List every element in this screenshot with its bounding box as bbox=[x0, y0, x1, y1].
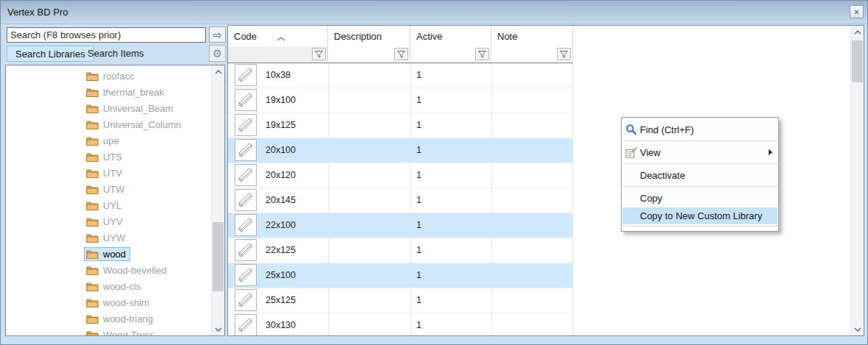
filter-cell-active[interactable] bbox=[410, 46, 491, 63]
item-thumbnail bbox=[235, 314, 257, 335]
item-thumbnail bbox=[235, 289, 257, 311]
tree-item-wood-shim[interactable]: wood-shim bbox=[6, 294, 211, 310]
folder-icon bbox=[86, 136, 99, 146]
tree-item-universal_column[interactable]: Universal_Column bbox=[6, 116, 211, 132]
tree-scrollbar-thumb[interactable] bbox=[213, 222, 224, 291]
folder-icon bbox=[86, 120, 99, 129]
tab-search-items[interactable]: Search Items bbox=[88, 46, 144, 62]
menu-item-find-ctrl-f[interactable]: Find (Ctrl+F) bbox=[622, 120, 778, 139]
table-row-20x145[interactable]: 20x1451 bbox=[228, 188, 573, 213]
item-thumbnail bbox=[235, 114, 257, 136]
settings-button[interactable]: ⚙ bbox=[209, 45, 226, 62]
column-header-description[interactable]: Description bbox=[328, 26, 410, 46]
table-row-22x125[interactable]: 22x1251 bbox=[228, 238, 573, 263]
tree-scrollbar[interactable] bbox=[211, 65, 224, 335]
folder-icon bbox=[86, 217, 99, 227]
grid-body: 10x38119x100119x125120x100120x120120x145… bbox=[228, 63, 573, 335]
tree-item-thermal_break[interactable]: thermal_break bbox=[6, 84, 211, 100]
tree-item-box: upe bbox=[84, 134, 124, 148]
tree-item-box: wood bbox=[84, 247, 130, 261]
column-header-note[interactable]: Note bbox=[491, 26, 573, 46]
tree-item-box: Wood-Truss bbox=[84, 328, 159, 336]
folder-icon bbox=[86, 330, 99, 336]
table-row-22x100[interactable]: 22x1001 bbox=[228, 213, 573, 238]
cell-active: 1 bbox=[416, 213, 421, 238]
menu-item-view[interactable]: View bbox=[622, 143, 778, 162]
tree-item-uts[interactable]: UTS bbox=[6, 149, 211, 165]
tree-item-label: roofacc bbox=[103, 71, 135, 82]
menu-item-label: Copy bbox=[640, 193, 662, 204]
grid-scrollbar-thumb[interactable] bbox=[852, 40, 863, 82]
table-row-30x130[interactable]: 30x1301 bbox=[228, 313, 573, 335]
view-icon bbox=[625, 147, 637, 158]
table-row-20x120[interactable]: 20x1201 bbox=[228, 163, 573, 188]
scroll-up-icon[interactable] bbox=[212, 65, 224, 78]
filter-cell-note[interactable] bbox=[491, 46, 573, 63]
table-row-25x125[interactable]: 25x1251 bbox=[228, 288, 573, 313]
filter-button-note[interactable] bbox=[557, 48, 571, 60]
cell-code: 30x130 bbox=[266, 313, 296, 335]
tree-item-wood-cls[interactable]: wood-cls bbox=[6, 278, 211, 294]
column-header-active[interactable]: Active bbox=[410, 26, 491, 46]
tree-item-roofacc[interactable]: roofacc bbox=[6, 68, 211, 84]
tree-item-label: UYV bbox=[103, 216, 123, 227]
column-header-label: Description bbox=[334, 31, 382, 42]
filter-button-active[interactable] bbox=[475, 48, 489, 60]
filter-button-description[interactable] bbox=[394, 48, 408, 60]
plank-icon bbox=[236, 291, 255, 310]
item-thumbnail bbox=[235, 264, 257, 286]
tree-item-utv[interactable]: UTV bbox=[6, 165, 211, 181]
filter-cell-description[interactable] bbox=[328, 46, 410, 63]
tab-search-libraries[interactable]: Search Libraries bbox=[7, 46, 94, 62]
scroll-down-icon[interactable] bbox=[851, 323, 864, 335]
table-row-10x38[interactable]: 10x381 bbox=[228, 63, 573, 88]
cell-active: 1 bbox=[416, 263, 421, 288]
tree-item-label: wood-triang bbox=[103, 313, 153, 324]
titlebar[interactable]: Vertex BD Pro × bbox=[1, 1, 867, 24]
sort-asc-icon bbox=[277, 37, 285, 41]
tree-item-uyl[interactable]: UYL bbox=[6, 197, 211, 213]
tree-item-box: Universal_Beam bbox=[84, 102, 177, 115]
table-row-19x100[interactable]: 19x1001 bbox=[228, 88, 573, 113]
tree-item-wood-truss[interactable]: Wood-Truss bbox=[6, 327, 211, 335]
tree-item-box: thermal_break bbox=[84, 85, 168, 99]
filter-cell-code[interactable] bbox=[228, 46, 328, 63]
scroll-up-icon[interactable] bbox=[851, 26, 864, 38]
table-row-19x125[interactable]: 19x1251 bbox=[228, 113, 573, 138]
folder-icon bbox=[86, 201, 99, 210]
folder-icon bbox=[86, 282, 99, 291]
tree-item-box: UYL bbox=[84, 199, 126, 213]
scroll-down-icon[interactable] bbox=[212, 323, 224, 335]
cell-code: 22x100 bbox=[266, 213, 296, 238]
tree-item-wood-triang[interactable]: wood-triang bbox=[6, 310, 211, 327]
search-go-button[interactable]: ⇨ bbox=[209, 26, 226, 43]
item-thumbnail bbox=[235, 89, 257, 111]
grid-scrollbar[interactable] bbox=[850, 26, 864, 335]
tree-item-uyv[interactable]: UYV bbox=[6, 213, 211, 230]
grid-filter-row bbox=[228, 46, 573, 63]
tree-item-wood[interactable]: wood bbox=[6, 246, 211, 262]
item-thumbnail bbox=[235, 214, 257, 236]
filter-button-code[interactable] bbox=[312, 48, 326, 60]
menu-item-deactivate[interactable]: Deactivate bbox=[622, 166, 778, 185]
plank-icon bbox=[236, 191, 255, 210]
cell-code: 19x125 bbox=[266, 113, 296, 138]
plank-icon bbox=[236, 65, 255, 85]
submenu-arrow-icon bbox=[769, 149, 772, 155]
table-row-20x100[interactable]: 20x1001 bbox=[228, 138, 573, 163]
tree-item-upe[interactable]: upe bbox=[6, 132, 211, 149]
tree-item-utw[interactable]: UTW bbox=[6, 181, 211, 197]
cell-code: 25x125 bbox=[266, 288, 296, 313]
tree-item-universal_beam[interactable]: Universal_Beam bbox=[6, 100, 211, 116]
tree-item-wood-bevelled[interactable]: Wood-bevelled bbox=[6, 262, 211, 278]
tree-item-uyw[interactable]: UYW bbox=[6, 230, 211, 246]
column-header-code[interactable]: Code bbox=[228, 26, 328, 46]
close-button[interactable]: × bbox=[850, 5, 864, 18]
tree-item-label: Wood-Truss bbox=[103, 330, 154, 336]
tree-item-box: Universal_Column bbox=[84, 118, 185, 132]
table-row-25x100[interactable]: 25x1001 bbox=[228, 263, 573, 288]
menu-item-copy[interactable]: Copy bbox=[622, 188, 778, 207]
menu-item-copy-to-new-custom-library[interactable]: Copy to New Custom Library bbox=[622, 207, 778, 224]
search-input[interactable] bbox=[7, 27, 206, 43]
item-thumbnail bbox=[235, 64, 257, 86]
